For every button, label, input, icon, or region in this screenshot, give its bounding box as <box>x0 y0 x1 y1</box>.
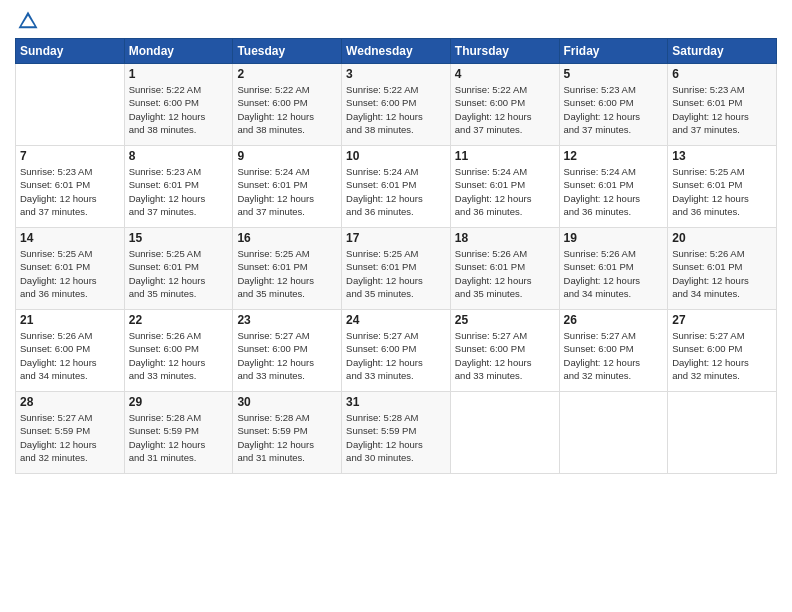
day-number: 6 <box>672 67 772 81</box>
cell-content: Sunrise: 5:24 AM Sunset: 6:01 PM Dayligh… <box>346 165 446 218</box>
calendar-body: 1Sunrise: 5:22 AM Sunset: 6:00 PM Daylig… <box>16 64 777 474</box>
day-number: 12 <box>564 149 664 163</box>
calendar-cell: 13Sunrise: 5:25 AM Sunset: 6:01 PM Dayli… <box>668 146 777 228</box>
cell-content: Sunrise: 5:24 AM Sunset: 6:01 PM Dayligh… <box>237 165 337 218</box>
calendar-cell: 17Sunrise: 5:25 AM Sunset: 6:01 PM Dayli… <box>342 228 451 310</box>
cell-content: Sunrise: 5:26 AM Sunset: 6:01 PM Dayligh… <box>455 247 555 300</box>
calendar-cell: 24Sunrise: 5:27 AM Sunset: 6:00 PM Dayli… <box>342 310 451 392</box>
cell-content: Sunrise: 5:27 AM Sunset: 6:00 PM Dayligh… <box>346 329 446 382</box>
day-number: 14 <box>20 231 120 245</box>
week-row-4: 21Sunrise: 5:26 AM Sunset: 6:00 PM Dayli… <box>16 310 777 392</box>
weekday-header-friday: Friday <box>559 39 668 64</box>
calendar-cell: 19Sunrise: 5:26 AM Sunset: 6:01 PM Dayli… <box>559 228 668 310</box>
day-number: 9 <box>237 149 337 163</box>
calendar-cell: 3Sunrise: 5:22 AM Sunset: 6:00 PM Daylig… <box>342 64 451 146</box>
weekday-header-saturday: Saturday <box>668 39 777 64</box>
main-container: SundayMondayTuesdayWednesdayThursdayFrid… <box>0 0 792 484</box>
calendar-cell <box>668 392 777 474</box>
calendar-cell <box>559 392 668 474</box>
cell-content: Sunrise: 5:26 AM Sunset: 6:01 PM Dayligh… <box>564 247 664 300</box>
day-number: 28 <box>20 395 120 409</box>
calendar-header: SundayMondayTuesdayWednesdayThursdayFrid… <box>16 39 777 64</box>
week-row-3: 14Sunrise: 5:25 AM Sunset: 6:01 PM Dayli… <box>16 228 777 310</box>
day-number: 10 <box>346 149 446 163</box>
cell-content: Sunrise: 5:27 AM Sunset: 6:00 PM Dayligh… <box>455 329 555 382</box>
cell-content: Sunrise: 5:26 AM Sunset: 6:00 PM Dayligh… <box>20 329 120 382</box>
cell-content: Sunrise: 5:25 AM Sunset: 6:01 PM Dayligh… <box>20 247 120 300</box>
day-number: 2 <box>237 67 337 81</box>
cell-content: Sunrise: 5:27 AM Sunset: 6:00 PM Dayligh… <box>237 329 337 382</box>
logo <box>15 10 39 32</box>
cell-content: Sunrise: 5:27 AM Sunset: 6:00 PM Dayligh… <box>672 329 772 382</box>
day-number: 19 <box>564 231 664 245</box>
calendar-cell: 23Sunrise: 5:27 AM Sunset: 6:00 PM Dayli… <box>233 310 342 392</box>
cell-content: Sunrise: 5:23 AM Sunset: 6:01 PM Dayligh… <box>129 165 229 218</box>
day-number: 1 <box>129 67 229 81</box>
calendar-cell: 10Sunrise: 5:24 AM Sunset: 6:01 PM Dayli… <box>342 146 451 228</box>
day-number: 20 <box>672 231 772 245</box>
calendar-cell: 2Sunrise: 5:22 AM Sunset: 6:00 PM Daylig… <box>233 64 342 146</box>
day-number: 4 <box>455 67 555 81</box>
calendar-cell: 27Sunrise: 5:27 AM Sunset: 6:00 PM Dayli… <box>668 310 777 392</box>
calendar-cell: 31Sunrise: 5:28 AM Sunset: 5:59 PM Dayli… <box>342 392 451 474</box>
day-number: 25 <box>455 313 555 327</box>
week-row-5: 28Sunrise: 5:27 AM Sunset: 5:59 PM Dayli… <box>16 392 777 474</box>
weekday-header-tuesday: Tuesday <box>233 39 342 64</box>
day-number: 7 <box>20 149 120 163</box>
day-number: 30 <box>237 395 337 409</box>
cell-content: Sunrise: 5:22 AM Sunset: 6:00 PM Dayligh… <box>129 83 229 136</box>
day-number: 31 <box>346 395 446 409</box>
day-number: 29 <box>129 395 229 409</box>
week-row-1: 1Sunrise: 5:22 AM Sunset: 6:00 PM Daylig… <box>16 64 777 146</box>
cell-content: Sunrise: 5:22 AM Sunset: 6:00 PM Dayligh… <box>237 83 337 136</box>
cell-content: Sunrise: 5:22 AM Sunset: 6:00 PM Dayligh… <box>455 83 555 136</box>
cell-content: Sunrise: 5:25 AM Sunset: 6:01 PM Dayligh… <box>237 247 337 300</box>
cell-content: Sunrise: 5:27 AM Sunset: 5:59 PM Dayligh… <box>20 411 120 464</box>
day-number: 18 <box>455 231 555 245</box>
weekday-header-sunday: Sunday <box>16 39 125 64</box>
calendar-table: SundayMondayTuesdayWednesdayThursdayFrid… <box>15 38 777 474</box>
day-number: 15 <box>129 231 229 245</box>
day-number: 16 <box>237 231 337 245</box>
calendar-cell: 21Sunrise: 5:26 AM Sunset: 6:00 PM Dayli… <box>16 310 125 392</box>
cell-content: Sunrise: 5:23 AM Sunset: 6:01 PM Dayligh… <box>20 165 120 218</box>
cell-content: Sunrise: 5:25 AM Sunset: 6:01 PM Dayligh… <box>346 247 446 300</box>
cell-content: Sunrise: 5:25 AM Sunset: 6:01 PM Dayligh… <box>129 247 229 300</box>
week-row-2: 7Sunrise: 5:23 AM Sunset: 6:01 PM Daylig… <box>16 146 777 228</box>
cell-content: Sunrise: 5:23 AM Sunset: 6:01 PM Dayligh… <box>672 83 772 136</box>
day-number: 26 <box>564 313 664 327</box>
calendar-cell: 5Sunrise: 5:23 AM Sunset: 6:00 PM Daylig… <box>559 64 668 146</box>
day-number: 21 <box>20 313 120 327</box>
calendar-cell: 7Sunrise: 5:23 AM Sunset: 6:01 PM Daylig… <box>16 146 125 228</box>
calendar-cell <box>16 64 125 146</box>
day-number: 17 <box>346 231 446 245</box>
weekday-header-monday: Monday <box>124 39 233 64</box>
day-number: 24 <box>346 313 446 327</box>
weekday-header-thursday: Thursday <box>450 39 559 64</box>
calendar-cell: 1Sunrise: 5:22 AM Sunset: 6:00 PM Daylig… <box>124 64 233 146</box>
calendar-cell: 14Sunrise: 5:25 AM Sunset: 6:01 PM Dayli… <box>16 228 125 310</box>
calendar-cell: 22Sunrise: 5:26 AM Sunset: 6:00 PM Dayli… <box>124 310 233 392</box>
calendar-cell: 25Sunrise: 5:27 AM Sunset: 6:00 PM Dayli… <box>450 310 559 392</box>
calendar-cell: 30Sunrise: 5:28 AM Sunset: 5:59 PM Dayli… <box>233 392 342 474</box>
cell-content: Sunrise: 5:28 AM Sunset: 5:59 PM Dayligh… <box>346 411 446 464</box>
day-number: 11 <box>455 149 555 163</box>
cell-content: Sunrise: 5:25 AM Sunset: 6:01 PM Dayligh… <box>672 165 772 218</box>
day-number: 22 <box>129 313 229 327</box>
cell-content: Sunrise: 5:24 AM Sunset: 6:01 PM Dayligh… <box>455 165 555 218</box>
day-number: 13 <box>672 149 772 163</box>
cell-content: Sunrise: 5:28 AM Sunset: 5:59 PM Dayligh… <box>129 411 229 464</box>
weekday-row: SundayMondayTuesdayWednesdayThursdayFrid… <box>16 39 777 64</box>
day-number: 27 <box>672 313 772 327</box>
day-number: 5 <box>564 67 664 81</box>
day-number: 23 <box>237 313 337 327</box>
header <box>15 10 777 32</box>
weekday-header-wednesday: Wednesday <box>342 39 451 64</box>
calendar-cell: 9Sunrise: 5:24 AM Sunset: 6:01 PM Daylig… <box>233 146 342 228</box>
cell-content: Sunrise: 5:24 AM Sunset: 6:01 PM Dayligh… <box>564 165 664 218</box>
calendar-cell: 16Sunrise: 5:25 AM Sunset: 6:01 PM Dayli… <box>233 228 342 310</box>
calendar-cell: 4Sunrise: 5:22 AM Sunset: 6:00 PM Daylig… <box>450 64 559 146</box>
cell-content: Sunrise: 5:23 AM Sunset: 6:00 PM Dayligh… <box>564 83 664 136</box>
cell-content: Sunrise: 5:27 AM Sunset: 6:00 PM Dayligh… <box>564 329 664 382</box>
calendar-cell: 11Sunrise: 5:24 AM Sunset: 6:01 PM Dayli… <box>450 146 559 228</box>
